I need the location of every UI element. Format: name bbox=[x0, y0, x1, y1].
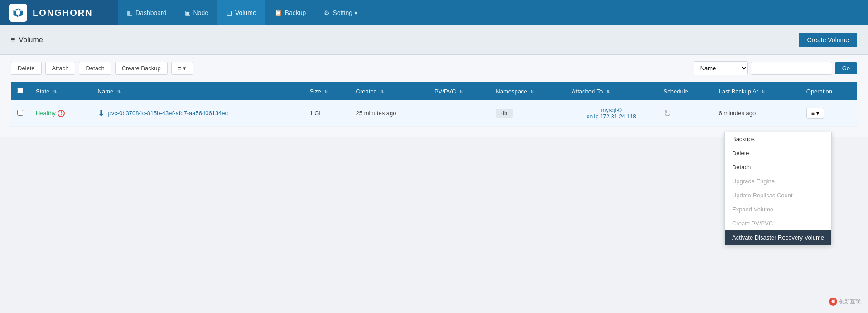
schedule-icon: ↻ bbox=[664, 108, 671, 118]
state-info-icon: ! bbox=[58, 110, 65, 117]
search-field-select[interactable]: Name PV/PVC Namespace bbox=[694, 61, 748, 75]
attached-host: mysql-0 on ip-172-31-24-118 bbox=[572, 107, 651, 120]
row-namespace-cell: db bbox=[489, 100, 565, 127]
namespace-badge: db bbox=[496, 109, 512, 118]
row-last-backup-cell: 6 minutes ago bbox=[713, 100, 800, 127]
row-schedule-cell: ↻ bbox=[657, 100, 713, 127]
col-attached-to[interactable]: Attached To ⇅ bbox=[565, 82, 657, 100]
operation-chevron-icon: ▾ bbox=[816, 110, 819, 117]
row-state-cell: Healthy ! bbox=[29, 100, 92, 127]
nav-label-volume: Volume bbox=[235, 9, 256, 16]
more-actions-button[interactable]: ≡ ▾ bbox=[171, 62, 193, 75]
nav-label-backup: Backup bbox=[285, 9, 306, 16]
nav-items: ▦ Dashboard ▣ Node ▤ Volume 📋 Backup ⚙ S… bbox=[118, 0, 366, 25]
toolbar: Delete Attach Detach Create Backup ≡ ▾ N… bbox=[0, 55, 868, 82]
create-backup-button[interactable]: Create Backup bbox=[115, 62, 168, 75]
operation-menu-button[interactable]: ≡ ▾ bbox=[806, 108, 824, 119]
table-header-row: State ⇅ Name ⇅ Size ⇅ Created ⇅ PV/PVC ⇅… bbox=[11, 82, 857, 100]
nav-label-setting: Setting ▾ bbox=[333, 9, 357, 16]
operation-dropdown-menu: Backups Delete Detach Upgrade Engine Upd… bbox=[724, 132, 832, 137]
nav-item-node[interactable]: ▣ Node bbox=[176, 0, 217, 25]
nav-item-volume[interactable]: ▤ Volume bbox=[217, 0, 265, 25]
logo-text: LONGHORN bbox=[33, 8, 93, 18]
col-schedule: Schedule bbox=[657, 82, 713, 100]
nav-bar: LONGHORN ▦ Dashboard ▣ Node ▤ Volume 📋 B… bbox=[0, 0, 868, 25]
row-pv-pvc-cell bbox=[428, 100, 489, 127]
row-checkbox[interactable] bbox=[17, 110, 23, 116]
col-namespace[interactable]: Namespace ⇅ bbox=[489, 82, 565, 100]
volume-page-icon: ≡ bbox=[11, 36, 15, 44]
dropdown-item-backups[interactable]: Backups bbox=[725, 132, 831, 137]
col-pv-pvc[interactable]: PV/PVC ⇅ bbox=[428, 82, 489, 100]
table-row: Healthy ! ⬇ pvc-0b37084c-815b-43ef-afd7-… bbox=[11, 100, 857, 127]
page-title: ≡ Volume bbox=[11, 36, 43, 44]
attach-button[interactable]: Attach bbox=[45, 62, 76, 75]
volume-name-link[interactable]: pvc-0b37084c-815b-43ef-afd7-aa56406134ec bbox=[108, 110, 228, 117]
row-checkbox-cell bbox=[11, 100, 29, 127]
nav-label-node: Node bbox=[193, 9, 208, 16]
search-area: Name PV/PVC Namespace Go bbox=[694, 61, 857, 75]
row-operation-cell: ≡ ▾ bbox=[800, 100, 857, 127]
col-state[interactable]: State ⇅ bbox=[29, 82, 92, 100]
row-attached-to-cell: mysql-0 on ip-172-31-24-118 bbox=[565, 100, 657, 127]
nav-label-dashboard: Dashboard bbox=[135, 9, 167, 16]
row-created-cell: 25 minutes ago bbox=[350, 100, 428, 127]
attached-ip: on ip-172-31-24-118 bbox=[572, 113, 651, 120]
search-go-button[interactable]: Go bbox=[835, 62, 857, 74]
detach-button[interactable]: Detach bbox=[79, 62, 111, 75]
nav-item-backup[interactable]: 📋 Backup bbox=[265, 0, 315, 25]
row-name-cell: ⬇ pvc-0b37084c-815b-43ef-afd7-aa56406134… bbox=[92, 100, 304, 127]
row-size-cell: 1 Gi bbox=[303, 100, 349, 127]
nav-item-dashboard[interactable]: ▦ Dashboard bbox=[118, 0, 176, 25]
state-healthy: Healthy ! bbox=[36, 110, 85, 117]
dashboard-icon: ▦ bbox=[127, 9, 133, 16]
logo-area: LONGHORN bbox=[0, 0, 118, 25]
select-all-checkbox[interactable] bbox=[17, 88, 23, 93]
gear-icon: ⚙ bbox=[324, 9, 330, 16]
download-icon: ⬇ bbox=[98, 108, 105, 118]
nav-item-setting[interactable]: ⚙ Setting ▾ bbox=[315, 0, 366, 25]
volumes-table: State ⇅ Name ⇅ Size ⇅ Created ⇅ PV/PVC ⇅… bbox=[11, 82, 857, 127]
col-operation: Operation bbox=[800, 82, 857, 100]
volume-icon: ▤ bbox=[227, 9, 232, 16]
logo-icon bbox=[9, 4, 27, 22]
page-header: ≡ Volume Create Volume bbox=[0, 25, 868, 55]
search-input[interactable] bbox=[751, 62, 832, 75]
col-size[interactable]: Size ⇅ bbox=[303, 82, 349, 100]
node-icon: ▣ bbox=[185, 9, 191, 16]
select-all-header bbox=[11, 82, 29, 100]
backup-icon: 📋 bbox=[275, 9, 282, 16]
svg-point-0 bbox=[16, 10, 20, 15]
create-volume-button[interactable]: Create Volume bbox=[799, 33, 857, 47]
state-label: Healthy bbox=[36, 110, 56, 117]
attached-hostname: mysql-0 bbox=[572, 107, 651, 113]
col-last-backup[interactable]: Last Backup At ⇅ bbox=[713, 82, 800, 100]
col-name[interactable]: Name ⇅ bbox=[92, 82, 304, 100]
table-container: State ⇅ Name ⇅ Size ⇅ Created ⇅ PV/PVC ⇅… bbox=[0, 82, 868, 137]
name-cell-container: ⬇ pvc-0b37084c-815b-43ef-afd7-aa56406134… bbox=[98, 108, 297, 118]
page-title-text: Volume bbox=[19, 36, 43, 44]
operation-list-icon: ≡ bbox=[811, 110, 815, 117]
col-created[interactable]: Created ⇅ bbox=[350, 82, 428, 100]
delete-button[interactable]: Delete bbox=[11, 62, 42, 75]
